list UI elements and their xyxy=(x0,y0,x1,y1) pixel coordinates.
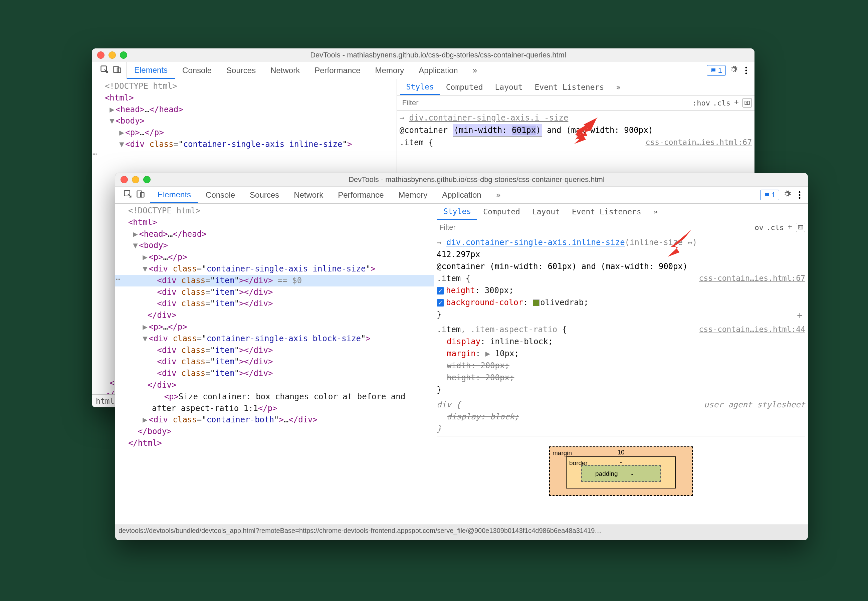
subtab-event-listeners[interactable]: Event Listeners xyxy=(566,204,647,220)
console-message-count[interactable]: 1 xyxy=(760,190,779,200)
container-size: 412.297px xyxy=(437,249,805,261)
box-model[interactable]: margin 10 border - padding - xyxy=(549,446,693,496)
filter-input[interactable] xyxy=(400,97,690,108)
svg-point-4 xyxy=(745,70,747,72)
subtab-event-listeners[interactable]: Event Listeners xyxy=(529,79,610,95)
console-message-count[interactable]: 1 xyxy=(707,65,726,76)
box-model-padding[interactable]: padding - xyxy=(581,465,661,482)
doctype: <!DOCTYPE html> xyxy=(128,206,201,215)
more-icon[interactable] xyxy=(741,66,751,75)
color-swatch-icon[interactable] xyxy=(533,299,539,306)
css-declaration-overridden[interactable]: height: 200px; xyxy=(437,372,805,384)
subtab-computed[interactable]: Computed xyxy=(440,79,489,95)
box-model-margin[interactable]: margin 10 border - padding - xyxy=(549,446,693,496)
css-declaration[interactable]: margin: ▶ 10px; xyxy=(437,348,805,360)
zoom-icon[interactable] xyxy=(120,52,127,59)
hov-button[interactable]: :hov xyxy=(692,99,710,107)
tab-elements[interactable]: Elements xyxy=(150,187,198,203)
rule-selector[interactable]: .item { xyxy=(437,274,471,283)
checkbox-icon[interactable]: ✓ xyxy=(437,287,444,294)
dom-tree[interactable]: <!DOCTYPE html> <html> ▶<head>…</head> ▼… xyxy=(115,204,434,540)
tab-sources[interactable]: Sources xyxy=(242,187,286,203)
add-declaration-icon[interactable]: + xyxy=(797,308,805,323)
device-toggle-icon[interactable] xyxy=(136,189,145,201)
hov-button[interactable]: ov xyxy=(755,223,764,232)
svg-point-5 xyxy=(745,72,747,74)
inspect-icon[interactable] xyxy=(123,189,132,201)
minimize-icon[interactable] xyxy=(108,52,116,59)
tab-memory[interactable]: Memory xyxy=(368,62,412,79)
css-declaration-overridden[interactable]: width: 200px; xyxy=(437,360,805,372)
query-highlight: (min-width: 601px) xyxy=(453,124,542,137)
panel-toggle-icon[interactable] xyxy=(743,98,752,108)
rule-selector-ua: div { xyxy=(437,400,461,409)
settings-icon[interactable] xyxy=(729,65,738,76)
subtab-layout[interactable]: Layout xyxy=(489,79,529,95)
close-icon[interactable] xyxy=(120,176,128,183)
subtab-layout[interactable]: Layout xyxy=(526,204,566,220)
titlebar[interactable]: DevTools - mathiasbynens.github.io/css-d… xyxy=(92,49,754,62)
rule-selector[interactable]: .item { xyxy=(400,138,433,147)
cls-button[interactable]: .cls xyxy=(713,99,731,107)
subtabs-overflow-icon[interactable]: » xyxy=(610,79,627,95)
subtab-styles[interactable]: Styles xyxy=(437,204,477,220)
source-link[interactable]: css-contain…ies.html:67 xyxy=(646,137,752,148)
main-tabbar: Elements Console Sources Network Perform… xyxy=(115,187,808,204)
tab-network[interactable]: Network xyxy=(286,187,330,203)
panel-tabs: Elements Console Sources Network Perform… xyxy=(127,62,484,79)
titlebar[interactable]: DevTools - mathiasbynens.github.io/css-d… xyxy=(115,173,808,187)
expand-icon[interactable]: ▶ xyxy=(480,349,495,358)
tab-memory[interactable]: Memory xyxy=(391,187,435,203)
devtools-window-front: DevTools - mathiasbynens.github.io/css-d… xyxy=(115,173,808,540)
css-declaration[interactable]: ✓height: 300px; xyxy=(437,284,805,296)
more-icon[interactable] xyxy=(795,190,804,200)
annotation-arrow-icon xyxy=(568,116,601,146)
styles-rules[interactable]: → div.container-single-axis.inline-size(… xyxy=(434,235,808,540)
container-at-rule: @container (min-width: 601px) and (max-w… xyxy=(437,261,805,273)
subtabs-overflow-icon[interactable]: » xyxy=(647,204,664,220)
subtab-styles[interactable]: Styles xyxy=(400,79,440,95)
zoom-icon[interactable] xyxy=(143,176,151,183)
styles-subtabs: Styles Computed Layout Event Listeners » xyxy=(434,204,808,220)
device-toggle-icon[interactable] xyxy=(113,65,122,76)
tab-performance[interactable]: Performance xyxy=(330,187,391,203)
tab-performance[interactable]: Performance xyxy=(307,62,368,79)
rule-selector[interactable]: .item, .item-aspect-ratio { xyxy=(437,325,567,334)
traffic-lights xyxy=(97,52,127,59)
svg-point-3 xyxy=(745,67,747,69)
window-title: DevTools - mathiasbynens.github.io/css-d… xyxy=(127,51,749,59)
container-link-line: → div.container-single-axis.inline-size(… xyxy=(437,236,805,249)
source-link[interactable]: css-contain…ies.html:44 xyxy=(699,323,806,335)
checkbox-icon[interactable]: ✓ xyxy=(437,299,444,307)
tab-network[interactable]: Network xyxy=(263,62,307,79)
main-tabbar: Elements Console Sources Network Perform… xyxy=(92,62,754,79)
tab-elements[interactable]: Elements xyxy=(127,62,175,79)
gutter-dots-icon: ⋯ xyxy=(93,149,97,159)
minimize-icon[interactable] xyxy=(132,176,139,183)
css-declaration[interactable]: ✓background-color: olivedrab; xyxy=(437,296,805,308)
new-rule-icon[interactable] xyxy=(787,223,793,232)
tab-console[interactable]: Console xyxy=(198,187,242,203)
settings-icon[interactable] xyxy=(783,190,791,200)
svg-rect-11 xyxy=(137,191,142,197)
panel-toggle-icon[interactable] xyxy=(796,223,805,232)
filter-input[interactable] xyxy=(437,222,752,233)
container-link[interactable]: div.container-single-axis.inline-size xyxy=(446,238,625,247)
tabs-overflow-icon[interactable]: » xyxy=(489,187,508,203)
svg-marker-9 xyxy=(574,117,598,144)
box-model-border[interactable]: border - padding - xyxy=(566,456,676,488)
new-rule-icon[interactable] xyxy=(733,98,740,108)
source-link[interactable]: css-contain…ies.html:67 xyxy=(699,273,806,284)
tab-console[interactable]: Console xyxy=(175,62,219,79)
tab-sources[interactable]: Sources xyxy=(219,62,263,79)
cls-button[interactable]: .cls xyxy=(766,223,784,232)
tab-application[interactable]: Application xyxy=(411,62,465,79)
css-declaration[interactable]: display: inline-block; xyxy=(437,336,805,348)
close-icon[interactable] xyxy=(97,52,105,59)
tabs-overflow-icon[interactable]: » xyxy=(465,62,484,79)
svg-rect-2 xyxy=(117,68,121,72)
inspect-icon[interactable] xyxy=(100,65,109,76)
tab-application[interactable]: Application xyxy=(435,187,489,203)
selected-node[interactable]: <div class="item"></div> == $0 xyxy=(115,275,434,287)
subtab-computed[interactable]: Computed xyxy=(477,204,526,220)
